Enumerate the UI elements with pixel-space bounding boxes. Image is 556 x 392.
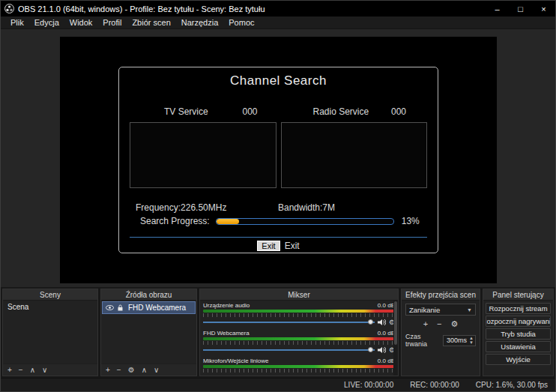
scene-move-up-icon[interactable]: ∧ <box>30 367 35 374</box>
add-source-icon[interactable]: + <box>106 367 110 374</box>
volume-slider[interactable] <box>203 319 375 326</box>
radio-service-row: Radio Service 000 <box>279 106 428 117</box>
maximize-button[interactable]: □ <box>509 1 532 16</box>
titlebar: OBS 21.1.0 (64bit, windows) - Profile: B… <box>1 1 555 16</box>
mixer-scrollbar-handle[interactable] <box>394 301 397 345</box>
scene-list-item[interactable]: Scena <box>3 301 97 313</box>
dialog-divider <box>130 237 427 238</box>
remove-scene-icon[interactable]: − <box>19 367 23 374</box>
service-lists <box>130 122 427 188</box>
duration-label: Czas trwania <box>405 333 443 348</box>
transition-duration-row: Czas trwania 300ms ▲ ▼ <box>405 333 476 348</box>
controls-dock-title[interactable]: Panel sterujący <box>483 289 553 301</box>
meter-scale <box>203 369 395 373</box>
volume-slider-handle[interactable] <box>368 319 373 325</box>
dock-area: Sceny Scena + − ∧ ∨ Źródła obrazu <box>1 287 555 378</box>
visibility-eye-icon[interactable] <box>106 304 114 311</box>
controls-dock: Panel sterujący Rozpocznij stream Rozpoc… <box>483 289 554 376</box>
mixer-dock-title[interactable]: Mikser <box>200 289 398 301</box>
transition-select[interactable]: Zanikanie ▼ <box>405 304 476 316</box>
duration-spinner[interactable]: 300ms ▲ ▼ <box>443 335 476 346</box>
transition-properties-gear-icon[interactable]: ⚙ <box>451 320 459 328</box>
channel-name: FHD Webcamera <box>203 330 250 337</box>
volume-slider-handle[interactable] <box>368 347 373 352</box>
video-preview[interactable]: Channel Search TV Service 000 Radio Serv… <box>60 37 497 283</box>
scenes-list: Scena <box>3 301 97 364</box>
source-move-down-icon[interactable]: ∨ <box>154 367 159 374</box>
scenes-toolbar: + − ∧ ∨ <box>3 364 97 376</box>
mixer-scrollbar[interactable] <box>393 301 398 376</box>
start-recording-button[interactable]: Rozpocznij nagrywanie <box>486 316 551 327</box>
obs-logo-icon <box>4 4 14 13</box>
statusbar: LIVE: 00:00:00 REC: 00:00:00 CPU: 1.6%, … <box>1 378 555 391</box>
remove-source-icon[interactable]: − <box>117 367 121 374</box>
mixer-body: Urządzenie audio 0.0 dB <box>200 301 398 376</box>
channel-db: 0.0 dB <box>378 358 395 365</box>
preview-area: Channel Search TV Service 000 Radio Serv… <box>1 29 555 287</box>
start-streaming-button[interactable]: Rozpocznij stream <box>486 303 551 314</box>
live-time: LIVE: 00:00:00 <box>344 381 393 389</box>
mixer-channel: Urządzenie audio 0.0 dB <box>203 302 395 327</box>
menu-item-pomoc[interactable]: Pomoc <box>223 18 259 27</box>
sources-dock: Źródła obrazu FHD <box>100 289 197 376</box>
menu-item-widok[interactable]: Widok <box>64 18 98 27</box>
search-progress-label: Search Progress: <box>140 216 210 226</box>
source-list-item[interactable]: FHD Webcamera <box>102 301 196 314</box>
menu-item-edycja[interactable]: Edycja <box>29 18 64 27</box>
channel-search-dialog: Channel Search TV Service 000 Radio Serv… <box>118 67 438 253</box>
exit-button[interactable]: Exit <box>257 241 279 251</box>
speaker-icon[interactable] <box>378 319 386 326</box>
remove-transition-icon[interactable]: − <box>437 320 441 328</box>
transitions-toolbar: + − ⚙ <box>405 320 476 328</box>
channel-db: 0.0 dB <box>378 330 395 337</box>
lock-icon[interactable] <box>117 304 125 311</box>
search-progress-row: Search Progress: 13% <box>130 216 427 226</box>
transitions-body: Zanikanie ▼ + − ⚙ Czas trwania 300ms ▲ ▼ <box>402 301 480 376</box>
channel-name: Mikrofon/Wejście liniowe <box>203 358 268 365</box>
volume-slider[interactable] <box>203 346 375 354</box>
tv-service-label: TV Service <box>164 106 208 117</box>
menu-item-plik[interactable]: Plik <box>5 18 29 27</box>
sources-toolbar: + − ⚙ ∧ ∨ <box>101 364 196 376</box>
minimize-button[interactable]: – <box>486 1 509 16</box>
exit-row: Exit Exit <box>130 241 427 251</box>
speaker-icon[interactable] <box>378 346 386 354</box>
close-button[interactable]: × <box>532 1 555 16</box>
mixer-dock: Mikser Urządzenie audio 0.0 dB <box>199 289 399 376</box>
mixer-channel: FHD Webcamera 0.0 dB <box>203 330 395 355</box>
scene-move-down-icon[interactable]: ∨ <box>42 367 47 374</box>
search-progress-percent: 13% <box>402 216 420 226</box>
service-counters: TV Service 000 Radio Service 000 <box>130 106 427 117</box>
source-move-up-icon[interactable]: ∧ <box>142 367 147 374</box>
menu-item-profil[interactable]: Profil <box>97 18 127 27</box>
scenes-dock: Sceny Scena + − ∧ ∨ <box>2 289 98 376</box>
exit-label: Exit <box>285 241 300 251</box>
obs-window: OBS 21.1.0 (64bit, windows) - Profile: B… <box>0 0 556 392</box>
duration-value: 300ms <box>447 337 467 344</box>
transition-selected-value: Zanikanie <box>409 306 440 314</box>
scenes-dock-title[interactable]: Sceny <box>3 289 97 301</box>
tuning-info-row: Frequency:226.50MHz Bandwidth:7M <box>130 202 427 213</box>
duration-spin-arrows: ▲ ▼ <box>469 336 474 345</box>
transitions-dock-title[interactable]: Efekty przejścia scen <box>402 289 480 301</box>
sources-list: FHD Webcamera <box>101 301 196 364</box>
menu-item-zbior-scen[interactable]: Zbiór scen <box>127 18 175 27</box>
channel-name: Urządzenie audio <box>203 302 250 310</box>
chevron-down-icon: ▼ <box>467 307 472 313</box>
search-progress-bar <box>216 218 394 225</box>
menu-item-narzedzia[interactable]: Narzędzia <box>176 18 224 27</box>
meter-scale <box>203 341 395 345</box>
add-scene-icon[interactable]: + <box>7 367 12 374</box>
source-properties-gear-icon[interactable]: ⚙ <box>128 367 135 374</box>
tv-service-count: 000 <box>242 106 257 117</box>
tv-service-row: TV Service 000 <box>130 106 279 117</box>
settings-button[interactable]: Ustawienia <box>486 341 551 352</box>
spin-down-icon[interactable]: ▼ <box>469 340 474 345</box>
add-transition-icon[interactable]: + <box>423 320 428 328</box>
exit-app-button[interactable]: Wyjście <box>486 354 551 365</box>
bandwidth-label: Bandwidth:7M <box>278 202 335 213</box>
radio-service-list <box>281 122 428 188</box>
studio-mode-button[interactable]: Tryb studia <box>486 328 551 340</box>
sources-dock-title[interactable]: Źródła obrazu <box>101 289 196 301</box>
frequency-label: Frequency:226.50MHz <box>136 202 278 213</box>
